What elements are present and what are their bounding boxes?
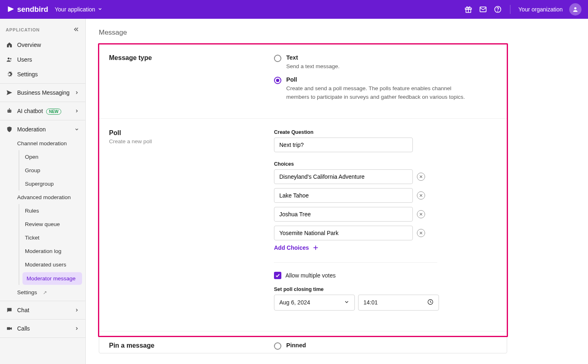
video-icon <box>6 325 13 332</box>
closing-date-input[interactable]: Aug 6, 2024 <box>274 295 355 311</box>
closing-time-label: Set poll closing time <box>274 286 494 292</box>
add-choices-label: Add Choices <box>274 244 309 251</box>
nav-channel-moderation[interactable]: Channel moderation <box>0 137 85 150</box>
home-icon <box>6 41 13 49</box>
nav-review-queue[interactable]: Review queue <box>19 218 85 231</box>
choice-input-1[interactable] <box>274 188 413 203</box>
poll-label: Poll <box>109 129 264 137</box>
nav-label: Settings <box>17 71 80 78</box>
add-choices-button[interactable]: Add Choices <box>274 244 494 251</box>
radio-pinned-title: Pinned <box>286 342 306 348</box>
nav-users[interactable]: Users <box>0 52 85 67</box>
radio-poll-desc: Create and send a poll message. The poll… <box>286 84 466 101</box>
help-icon[interactable] <box>494 5 502 13</box>
shield-icon <box>6 126 13 133</box>
section-message-type: Message type Text Send a text message. <box>99 44 507 118</box>
nav-calls[interactable]: Calls <box>0 321 85 336</box>
svg-marker-15 <box>10 327 12 330</box>
nav-label: Chat <box>17 307 70 313</box>
choice-input-0[interactable] <box>274 169 413 184</box>
nav-moderation-log[interactable]: Moderation log <box>19 244 85 258</box>
chevron-right-icon <box>74 307 80 313</box>
remove-choice-icon[interactable] <box>417 210 425 218</box>
nav-label: Calls <box>17 325 70 332</box>
allow-multiple-label: Allow multiple votes <box>285 272 336 279</box>
sidebar-section-label: APPLICATION <box>6 27 40 32</box>
question-input[interactable] <box>274 138 413 152</box>
nav-label: Business Messaging <box>17 89 70 96</box>
poll-sublabel: Create a new poll <box>109 138 264 144</box>
collapse-sidebar-icon[interactable] <box>73 26 80 33</box>
remove-choice-icon[interactable] <box>417 191 425 200</box>
choice-row <box>274 226 494 240</box>
brand-logo[interactable]: sendbird <box>7 5 48 14</box>
org-label[interactable]: Your organization <box>519 6 563 13</box>
main-content: Message Message type Text Send a text me… <box>86 19 588 364</box>
radio-text-title: Text <box>286 54 340 61</box>
radio-text[interactable] <box>274 55 281 62</box>
question-label: Create Question <box>274 129 494 135</box>
sendbird-logo-icon <box>7 5 15 13</box>
nav-business-messaging[interactable]: Business Messaging <box>0 85 85 100</box>
nav-open[interactable]: Open <box>19 150 85 164</box>
section-pin: Pin a message Pinned <box>99 331 507 353</box>
nav-moderator-message[interactable]: Moderator message <box>22 272 82 285</box>
chevron-down-icon <box>344 299 350 306</box>
remove-choice-icon[interactable] <box>417 173 425 181</box>
svg-point-5 <box>497 11 498 11</box>
choice-row <box>274 169 494 184</box>
radio-poll-title: Poll <box>286 76 466 83</box>
clock-icon <box>427 299 434 306</box>
users-icon <box>6 56 13 63</box>
gift-icon[interactable] <box>464 5 472 13</box>
app-switcher[interactable]: Your application <box>55 6 102 13</box>
nav-moderation[interactable]: Moderation <box>0 122 85 137</box>
svg-point-7 <box>8 58 10 60</box>
choice-input-2[interactable] <box>274 207 413 222</box>
radio-poll[interactable] <box>274 77 281 84</box>
closing-date-value: Aug 6, 2024 <box>279 299 310 306</box>
nav-label: Moderation <box>17 126 70 133</box>
nav-moderated-users[interactable]: Moderated users <box>19 258 85 271</box>
choice-input-3[interactable] <box>274 226 413 240</box>
avatar[interactable] <box>569 3 581 16</box>
nav-supergroup[interactable]: Supergroup <box>19 177 85 191</box>
allow-multiple-checkbox[interactable] <box>274 272 281 279</box>
chevron-right-icon <box>74 326 80 331</box>
header-actions: Your organization <box>464 3 581 16</box>
gear-icon <box>6 71 13 78</box>
closing-time-input[interactable]: 14:01 <box>358 295 439 311</box>
chevron-right-icon <box>74 108 80 114</box>
svg-point-11 <box>10 111 11 111</box>
nav-overview[interactable]: Overview <box>0 38 85 52</box>
svg-rect-9 <box>7 110 11 113</box>
nav-chat[interactable]: Chat <box>0 303 85 317</box>
chevron-down-icon <box>98 6 102 13</box>
sidebar-section-application: APPLICATION <box>0 19 85 38</box>
new-badge: NEW <box>46 109 61 115</box>
nav-ai-chatbot[interactable]: AI chatbot NEW <box>0 104 85 118</box>
nav-rules[interactable]: Rules <box>19 204 85 218</box>
nav-label: AI chatbot NEW <box>17 108 70 115</box>
choice-row <box>274 207 494 222</box>
divider <box>274 262 437 263</box>
header-divider <box>510 5 510 14</box>
pin-label: Pin a message <box>109 342 264 349</box>
remove-choice-icon[interactable] <box>417 229 425 237</box>
nav-moderation-settings[interactable]: Settings ↗ <box>0 286 85 299</box>
nav-group[interactable]: Group <box>19 164 85 177</box>
nav-label: Overview <box>17 42 80 48</box>
svg-point-6 <box>574 7 576 9</box>
top-header: sendbird Your application Your organizat… <box>0 0 588 19</box>
external-link-icon: ↗ <box>43 290 47 295</box>
mail-icon[interactable] <box>479 5 487 13</box>
radio-pinned[interactable] <box>274 342 281 350</box>
chevron-right-icon <box>74 90 80 95</box>
sidebar: APPLICATION Overview Users <box>0 19 86 364</box>
nav-ticket[interactable]: Ticket <box>19 231 85 244</box>
nav-settings[interactable]: Settings <box>0 67 85 82</box>
nav-label: Users <box>17 56 80 63</box>
message-type-label: Message type <box>109 54 264 62</box>
chat-icon <box>6 306 13 314</box>
nav-advanced-moderation[interactable]: Advanced moderation <box>0 191 85 204</box>
